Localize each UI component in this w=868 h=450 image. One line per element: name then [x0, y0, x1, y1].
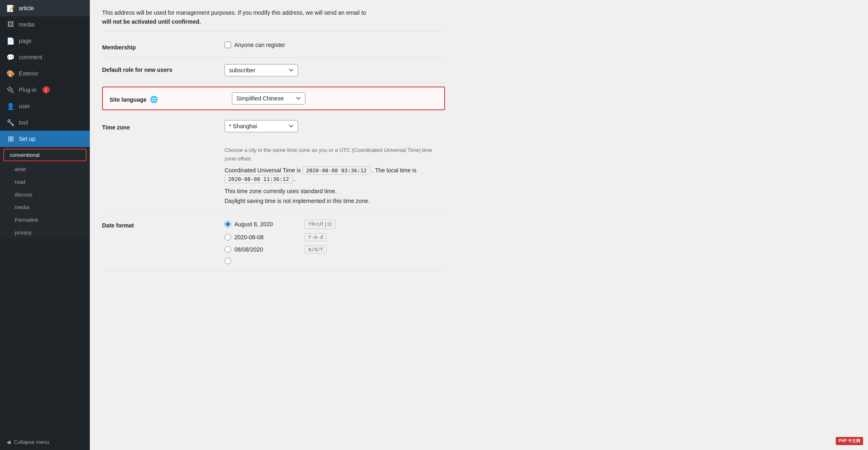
exterior-icon: 🎨	[7, 69, 15, 78]
plugin-icon: 🔌	[7, 86, 15, 94]
membership-checkbox-text: Anyone can register	[234, 42, 285, 48]
default-role-select[interactable]: subscriber contributor author editor adm…	[225, 64, 298, 76]
date-format-options: August 8, 2020 Y年n月j日 2020-08-08 Y-m-d	[225, 220, 445, 264]
membership-checkbox-label[interactable]: Anyone can register	[225, 42, 445, 48]
membership-checkbox[interactable]	[225, 42, 231, 48]
date-format-label-1[interactable]: August 8, 2020	[225, 221, 298, 227]
collapse-menu-label: Collapse menu	[14, 439, 49, 445]
comment-icon: 💬	[7, 53, 15, 61]
sidebar-item-label: media	[19, 21, 34, 28]
membership-value: Anyone can register	[225, 42, 445, 48]
submenu-conventional[interactable]: conventional	[3, 149, 87, 161]
membership-row: Membership Anyone can register	[102, 35, 445, 58]
date-format-label-4[interactable]	[225, 258, 298, 264]
setup-icon: ⊞	[7, 135, 15, 143]
sidebar-item-exterior[interactable]: 🎨 Exterior	[0, 65, 90, 82]
timezone-row: Time zone * Shanghai UTC UTC+8 America/N…	[102, 114, 445, 213]
date-format-radio-4[interactable]	[225, 258, 231, 264]
plugin-badge: 1	[42, 86, 50, 94]
sidebar-item-label: comment	[19, 54, 42, 60]
collapse-menu-button[interactable]: ◀ Collapse menu	[0, 434, 90, 450]
submenu-write[interactable]: write	[0, 163, 90, 176]
timezone-value: * Shanghai UTC UTC+8 America/New_York Eu…	[225, 120, 445, 132]
timezone-utc-line: Coordinated Universal Time is 2020-08-08…	[225, 166, 445, 183]
submenu-discuss[interactable]: discuss	[0, 188, 90, 201]
date-format-row-1: August 8, 2020 Y年n月j日	[225, 220, 445, 229]
tool-icon: 🔧	[7, 118, 15, 127]
utc-time-display: 2020-08-08 03:36:12	[303, 166, 371, 175]
site-language-select[interactable]: Simplified Chinese English Traditional C…	[232, 92, 305, 105]
sidebar-item-label: Set up	[19, 136, 35, 142]
date-format-row-3: 08/08/2020 m/d/Y	[225, 245, 445, 254]
membership-label: Membership	[102, 42, 216, 51]
sidebar-item-label: tool	[19, 119, 28, 126]
main-content: This address will be used for management…	[90, 0, 868, 450]
sidebar-item-user[interactable]: 👤 user	[0, 98, 90, 114]
sidebar-item-page[interactable]: 📄 page	[0, 33, 90, 49]
sidebar-item-media[interactable]: 🖼 media	[0, 16, 90, 33]
default-role-row: Default role for new users subscriber co…	[102, 58, 445, 83]
sidebar-item-label: page	[19, 38, 31, 44]
date-format-code-1: Y年n月j日	[305, 220, 336, 229]
site-language-highlighted-row: Site language 🌐 Simplified Chinese Engli…	[102, 87, 445, 110]
sidebar-item-article[interactable]: 📝 article	[0, 0, 90, 16]
translate-icon: 🌐	[150, 96, 158, 103]
submenu-media[interactable]: media	[0, 201, 90, 214]
date-format-row-2: 2020-08-08 Y-m-d	[225, 233, 445, 241]
date-format-radio-3[interactable]	[225, 246, 231, 253]
sidebar-item-comment[interactable]: 💬 comment	[0, 49, 90, 65]
sidebar-item-setup[interactable]: ⊞ Set up	[0, 131, 90, 147]
timezone-description: Choose a city in the same time zone as y…	[225, 146, 445, 163]
date-format-row: Date format August 8, 2020 Y年n月j日 2020-0…	[102, 213, 445, 271]
address-description: This address will be used for management…	[102, 8, 445, 32]
date-format-label-2[interactable]: 2020-08-08	[225, 234, 298, 241]
site-language-value: Simplified Chinese English Traditional C…	[232, 92, 438, 105]
date-format-code-2: Y-m-d	[305, 233, 327, 241]
date-format-radio-2[interactable]	[225, 234, 231, 241]
default-role-label: Default role for new users	[102, 64, 216, 73]
date-format-label: Date format	[102, 220, 216, 229]
sidebar-item-label: user	[19, 103, 30, 109]
php-watermark: PHP 中文网	[836, 437, 863, 445]
article-icon: 📝	[7, 4, 15, 12]
date-format-label-3[interactable]: 08/08/2020	[225, 246, 298, 253]
user-icon: 👤	[7, 102, 15, 110]
settings-area: This address will be used for management…	[90, 0, 457, 279]
default-role-value: subscriber contributor author editor adm…	[225, 64, 445, 76]
timezone-select[interactable]: * Shanghai UTC UTC+8 America/New_York Eu…	[225, 120, 298, 132]
media-icon: 🖼	[7, 20, 15, 29]
submenu-privacy[interactable]: privacy	[0, 226, 90, 239]
local-time-display: 2020-08-08 11:36:12	[225, 175, 293, 183]
submenu-permalink[interactable]: Permalink	[0, 214, 90, 226]
sidebar-item-label: article	[19, 5, 34, 11]
timezone-notes: This time zone currently uses standard t…	[225, 187, 445, 206]
sidebar-item-tool[interactable]: 🔧 tool	[0, 114, 90, 131]
submenu-read[interactable]: read	[0, 176, 90, 188]
sidebar-item-label: Exterior	[19, 70, 38, 77]
page-icon: 📄	[7, 37, 15, 45]
sidebar-item-label: Plug-in	[19, 87, 37, 93]
timezone-label: Time zone	[102, 122, 216, 131]
site-language-label: Site language 🌐	[109, 93, 224, 103]
date-format-radio-1[interactable]	[225, 221, 231, 227]
date-format-row-4	[225, 258, 445, 264]
collapse-arrow-icon: ◀	[7, 439, 11, 445]
date-format-code-3: m/d/Y	[305, 245, 327, 254]
sidebar-item-plugin[interactable]: 🔌 Plug-in 1	[0, 82, 90, 98]
setup-submenu: conventional write read discuss media Pe…	[0, 147, 90, 239]
sidebar: 📝 article 🖼 media 📄 page 💬 comment 🎨 Ext…	[0, 0, 90, 450]
